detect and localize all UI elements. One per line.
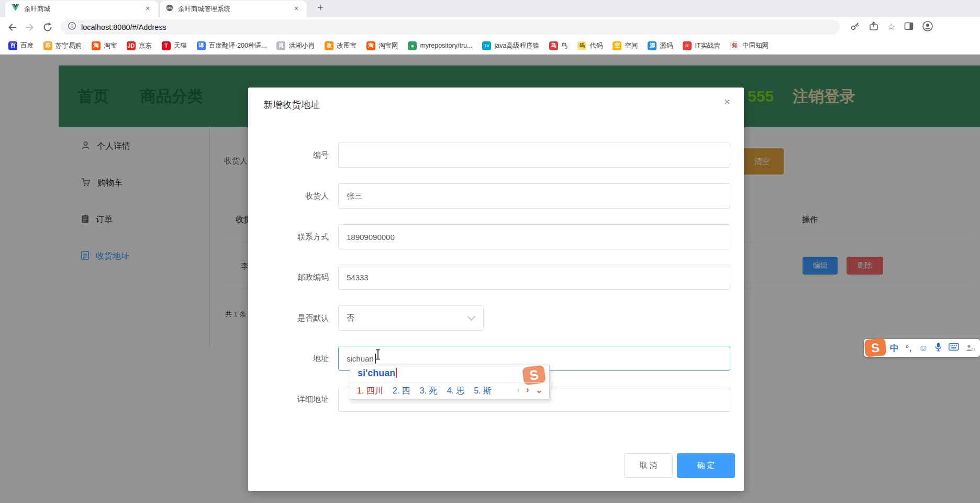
selected-option: 否 <box>347 313 354 323</box>
profile-icon[interactable] <box>922 21 933 34</box>
bookmark[interactable]: 译百度翻译-200种语... <box>197 41 266 50</box>
emoji-icon[interactable]: ☺ <box>919 344 928 353</box>
punctuation-icon[interactable]: °, <box>906 344 912 352</box>
forward-icon[interactable] <box>23 20 37 34</box>
field-value: sichuan <box>347 354 374 363</box>
bookmark[interactable]: 鸟鸟 <box>549 41 568 50</box>
postcode-field[interactable]: 54333 <box>338 265 730 290</box>
candidate[interactable]: 5. 斯 <box>474 386 492 397</box>
bookmark[interactable]: TVjava高级程序猿 <box>482 41 539 50</box>
default-select[interactable]: 否 <box>338 305 484 331</box>
badge-count: 21 <box>971 347 976 352</box>
prev-page-icon[interactable]: ‹ <box>517 385 520 396</box>
key-icon[interactable] <box>850 21 860 33</box>
favicon: 改 <box>325 41 333 50</box>
candidate[interactable]: 3. 死 <box>420 386 438 397</box>
ime-toolbar: S 中 °, ☺ 21 <box>864 339 980 357</box>
field-label-address: 地址 <box>248 346 329 371</box>
favicon: 源 <box>648 41 656 50</box>
ime-composition: si'chuan <box>358 368 397 379</box>
sogou-logo-icon[interactable]: S <box>864 338 887 357</box>
cancel-button[interactable]: 取 消 <box>624 453 673 478</box>
chevron-down-icon <box>467 313 476 321</box>
bookmark[interactable]: 淘淘宝网 <box>366 41 398 50</box>
bookmark[interactable]: 空空间 <box>612 41 638 50</box>
favicon: 苏 <box>43 41 52 50</box>
favicon: ● <box>408 41 417 50</box>
ime-candidates: 1. 四川 2. 四 3. 死 4. 思 5. 斯 <box>357 386 492 397</box>
favicon: 百 <box>8 41 17 50</box>
info-icon[interactable] <box>68 22 76 32</box>
confirm-button[interactable]: 确 定 <box>677 453 735 478</box>
expand-icon[interactable]: ⌄ <box>536 385 543 396</box>
favicon: 空 <box>612 41 621 50</box>
close-icon[interactable]: × <box>143 5 152 13</box>
bookmark[interactable]: T天猫 <box>162 41 187 50</box>
bookmark[interactable]: 肖洪湖小肖 <box>276 41 315 50</box>
phone-field[interactable]: 18909090000 <box>338 224 730 249</box>
favicon: 淘 <box>366 41 375 50</box>
toolbar-right: ☆ <box>850 21 933 34</box>
favicon: 码 <box>577 41 586 50</box>
favicon: 鸟 <box>549 41 558 50</box>
field-label-detail-address: 详细地址 <box>248 387 329 412</box>
bookmarks-bar: 百百度 苏苏宁易购 淘淘宝 JD京东 T天猫 译百度翻译-200种语... 肖洪… <box>0 37 980 54</box>
side-panel-icon[interactable] <box>904 21 914 33</box>
bookmark[interactable]: 苏苏宁易购 <box>43 41 82 50</box>
ime-candidate-window: si'chuan S 1. 四川 2. 四 3. 死 4. 思 5. 斯 ‹ ›… <box>350 365 550 400</box>
bookmark[interactable]: 码代码 <box>577 41 603 50</box>
bookmark[interactable]: 改改图宝 <box>325 41 357 50</box>
browser-tab-bar: 余叶商城 × 余叶商城管理系统 × + <box>0 0 980 17</box>
tab-shop[interactable]: 余叶商城 × <box>5 1 158 17</box>
composition-text: si'chuan <box>358 368 395 378</box>
candidate[interactable]: 1. 四川 <box>357 386 383 397</box>
field-label-id: 编号 <box>248 143 329 168</box>
field-label-consignee: 收货人 <box>248 183 329 209</box>
tab-admin[interactable]: 余叶商城管理系统 × <box>159 1 307 17</box>
bookmark[interactable]: ●myrepository/tru... <box>408 41 472 50</box>
new-tab-button[interactable]: + <box>314 2 327 15</box>
reload-icon[interactable] <box>41 20 54 34</box>
field-label-postcode: 邮政编码 <box>248 265 329 290</box>
favicon: 肖 <box>276 41 285 50</box>
back-icon[interactable] <box>5 20 19 34</box>
field-value: 张三 <box>347 191 362 201</box>
close-icon[interactable]: × <box>724 95 730 108</box>
field-label-phone: 联系方式 <box>248 224 329 249</box>
bookmark[interactable]: ITIT实战营 <box>683 41 720 50</box>
id-field[interactable] <box>338 143 730 168</box>
consignee-field[interactable]: 张三 <box>338 183 730 209</box>
screen: 余叶商城 × 余叶商城管理系统 × + localhost:8080/#/Add… <box>0 0 980 503</box>
field-value: 18909090000 <box>347 233 395 242</box>
next-page-icon[interactable]: › <box>526 385 529 396</box>
address-bar[interactable]: localhost:8080/#/Address <box>61 19 840 35</box>
bookmark[interactable]: 淘淘宝 <box>92 41 117 50</box>
dialog-title: 新增收货地址 <box>263 99 320 111</box>
star-icon[interactable]: ☆ <box>887 21 895 32</box>
close-icon[interactable]: × <box>292 5 300 13</box>
share-icon[interactable] <box>869 21 878 33</box>
favicon: JD <box>127 41 136 50</box>
bookmark[interactable]: 源源码 <box>648 41 673 50</box>
bookmark[interactable]: 知中国知网 <box>730 41 769 50</box>
composition-caret <box>396 368 397 378</box>
keyboard-icon[interactable] <box>949 343 959 353</box>
vue-icon <box>12 4 19 14</box>
chinese-mode-icon[interactable]: 中 <box>890 344 899 353</box>
candidate[interactable]: 4. 思 <box>447 386 464 397</box>
favicon: 淘 <box>92 41 101 50</box>
user-badge-icon[interactable]: 21 <box>966 344 976 352</box>
globe-icon <box>166 4 173 14</box>
url-text: localhost:8080/#/Address <box>81 23 166 31</box>
field-value: 54333 <box>347 273 369 282</box>
bookmark[interactable]: JD京东 <box>127 41 152 50</box>
tab-title: 余叶商城管理系统 <box>178 5 287 14</box>
text-cursor <box>375 349 381 362</box>
favicon: 译 <box>197 41 206 50</box>
candidate[interactable]: 2. 四 <box>393 386 410 397</box>
mic-icon[interactable] <box>935 342 942 354</box>
favicon: T <box>162 41 171 50</box>
add-address-dialog: 新增收货地址 × 编号 收货人 张三 联系方式 18909090000 邮政编码… <box>248 88 744 491</box>
bookmark[interactable]: 百百度 <box>8 41 34 50</box>
browser-toolbar: localhost:8080/#/Address ☆ <box>0 17 980 37</box>
